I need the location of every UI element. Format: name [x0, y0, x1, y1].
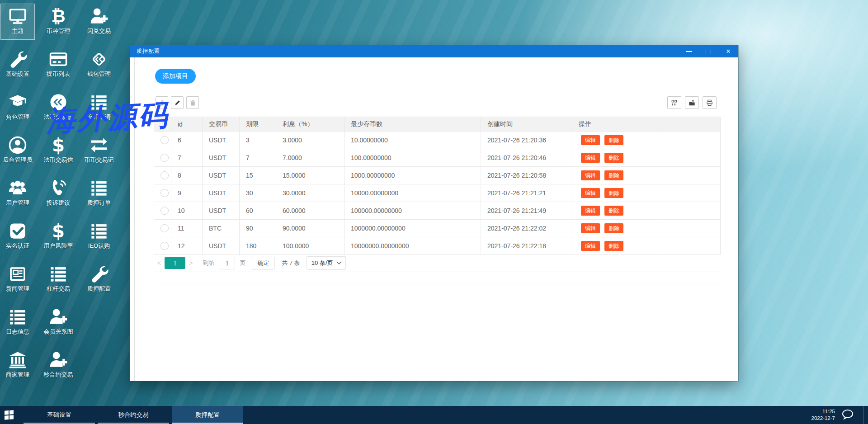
column-header: 操作 — [572, 117, 659, 132]
page-size-select[interactable]: 10 条/页 — [307, 256, 346, 270]
columns-tool-button[interactable] — [667, 96, 681, 109]
edit-button[interactable]: 编辑 — [581, 153, 600, 163]
next-page-button[interactable]: > — [185, 259, 196, 267]
desktop-item[interactable]: $用户风险率 — [41, 218, 75, 254]
cell-term: 15 — [240, 167, 276, 184]
taskbar-item-label: 基础设置 — [47, 411, 71, 419]
desktop-item[interactable]: 币币交易记 — [82, 132, 116, 169]
table-row: 6USDT33.000010.000000002021-07-26 21:20:… — [154, 132, 721, 149]
desktop-icon-row: 日志信息会员关系图 — [0, 304, 116, 347]
row-actions-cell: 编辑删除 — [572, 132, 659, 149]
cell-min_deposit: 10000000.00000000 — [344, 237, 481, 255]
row-radio-cell — [154, 237, 171, 255]
trash-tool-button[interactable] — [186, 96, 199, 109]
export-tool-button[interactable] — [685, 96, 699, 109]
desktop-item[interactable]: 用户管理 — [0, 175, 35, 212]
edit-button[interactable]: 编辑 — [581, 170, 600, 180]
desktop-item[interactable]: 基础设置 — [0, 47, 35, 83]
delete-button[interactable]: 删除 — [604, 206, 623, 216]
row-radio-cell — [154, 220, 171, 237]
cell-min_deposit: 100.00000000 — [344, 149, 481, 167]
export-icon — [689, 99, 695, 106]
confirm-page-button[interactable]: 确定 — [252, 257, 274, 269]
desktop-item[interactable]: 闪兑交易 — [82, 4, 116, 40]
desktop-item[interactable]: 后台管理员 — [0, 132, 35, 169]
delete-button[interactable]: 删除 — [604, 241, 623, 251]
pencil-tool-button[interactable] — [171, 96, 184, 109]
row-radio[interactable] — [160, 242, 169, 250]
desktop-item[interactable]: 充币申请 — [82, 90, 116, 126]
desktop-item[interactable]: 新闻管理 — [0, 261, 35, 297]
taskbar-item[interactable]: 基础设置 — [24, 406, 95, 424]
desktop-item[interactable]: IEO认购 — [82, 218, 116, 254]
desktop-item[interactable]: 质押订单 — [82, 175, 116, 212]
desktop-item-label: 会员关系图 — [44, 328, 73, 336]
print-tool-button[interactable] — [703, 96, 717, 109]
desktop-item[interactable]: 实名认证 — [0, 218, 35, 254]
page-size-value: 10 条/页 — [311, 259, 333, 267]
edit-button[interactable]: 编辑 — [581, 206, 600, 216]
prev-page-button[interactable]: < — [154, 259, 165, 267]
delete-button[interactable]: 删除 — [604, 135, 623, 145]
delete-button[interactable]: 删除 — [604, 153, 623, 163]
page-number-input[interactable] — [219, 257, 235, 269]
desktop-item-label: 基础设置 — [6, 70, 29, 78]
minimize-button[interactable] — [679, 45, 698, 57]
desktop-item[interactable]: 提币列表 — [41, 47, 75, 83]
cell-created: 2021-07-26 21:22:02 — [481, 220, 572, 237]
close-button[interactable]: ✕ — [718, 45, 738, 57]
edit-button[interactable]: 编辑 — [581, 135, 600, 145]
taskbar-items: 基础设置秒合约交易质押配置 — [24, 406, 246, 424]
page-unit-label: 页 — [240, 259, 245, 267]
add-project-button[interactable]: 添加项目 — [155, 69, 196, 84]
current-page-button[interactable]: 1 — [165, 257, 185, 269]
row-radio[interactable] — [160, 207, 169, 215]
desktop-icon-row: 新闻管理杠杆交易质押配置 — [0, 261, 116, 304]
maximize-button[interactable] — [698, 45, 718, 57]
desktop-item[interactable]: 日志信息 — [0, 304, 35, 340]
delete-button[interactable]: 删除 — [604, 170, 623, 180]
desktop-item[interactable]: 杠杆交易 — [41, 261, 75, 297]
empty-cell — [659, 132, 721, 149]
taskbar-item[interactable]: 秒合约交易 — [98, 406, 169, 424]
pencil-icon — [174, 99, 181, 106]
desktop-item[interactable]: 秒合约交易 — [41, 347, 75, 383]
desktop-item[interactable]: 钱包管理 — [82, 47, 116, 83]
row-radio[interactable] — [160, 189, 169, 197]
delete-button[interactable]: 删除 — [604, 223, 623, 233]
desktop-item-label: 用户风险率 — [44, 242, 73, 250]
desktop-item[interactable]: 主题 — [0, 4, 35, 40]
show-desktop-button[interactable] — [863, 406, 863, 424]
row-radio[interactable] — [160, 136, 169, 144]
desktop-item[interactable]: $法币交易信 — [41, 132, 75, 169]
edit-button[interactable]: 编辑 — [581, 188, 600, 198]
chat-bubble-icon[interactable] — [841, 409, 855, 421]
desktop-item[interactable]: 商家管理 — [0, 347, 35, 383]
desktop-icon-row: 角色管理法币交易需充币申请 — [0, 90, 116, 132]
taskbar-clock[interactable]: 11:25 2022-12-7 — [811, 408, 835, 422]
delete-button[interactable]: 删除 — [604, 188, 623, 198]
start-button[interactable] — [0, 406, 18, 424]
plus-icon — [159, 99, 165, 106]
user-plus-icon — [90, 7, 108, 26]
plus-tool-button[interactable] — [156, 96, 168, 109]
cell-min_deposit: 1000.00000000 — [344, 167, 481, 184]
desktop-item-label: 杠杆交易 — [47, 285, 70, 293]
row-actions-cell: 编辑删除 — [572, 184, 659, 202]
desktop-item[interactable]: 投诉建议 — [41, 175, 75, 212]
edit-button[interactable]: 编辑 — [581, 241, 600, 251]
desktop-item[interactable]: ₿币种管理 — [41, 4, 75, 40]
desktop-item[interactable]: 角色管理 — [0, 90, 35, 126]
cell-coin: USDT — [203, 237, 240, 255]
svg-text:$: $ — [52, 221, 65, 240]
taskbar-item[interactable]: 质押配置 — [172, 406, 243, 424]
row-radio[interactable] — [160, 154, 169, 162]
desktop-item[interactable]: 会员关系图 — [41, 304, 75, 340]
cell-id: 11 — [171, 220, 203, 237]
edit-button[interactable]: 编辑 — [581, 223, 600, 233]
row-radio[interactable] — [160, 171, 169, 179]
desktop-item[interactable]: 质押配置 — [82, 261, 116, 297]
row-radio-cell — [154, 202, 171, 220]
desktop-item[interactable]: 法币交易需 — [41, 90, 75, 126]
row-radio[interactable] — [160, 224, 169, 232]
